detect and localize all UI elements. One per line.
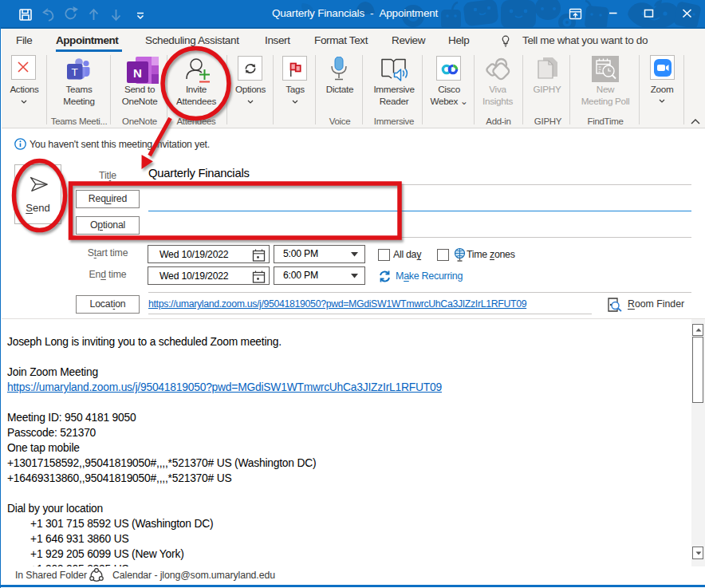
svg-text:T: T xyxy=(72,66,78,78)
svg-text:N: N xyxy=(133,66,142,80)
